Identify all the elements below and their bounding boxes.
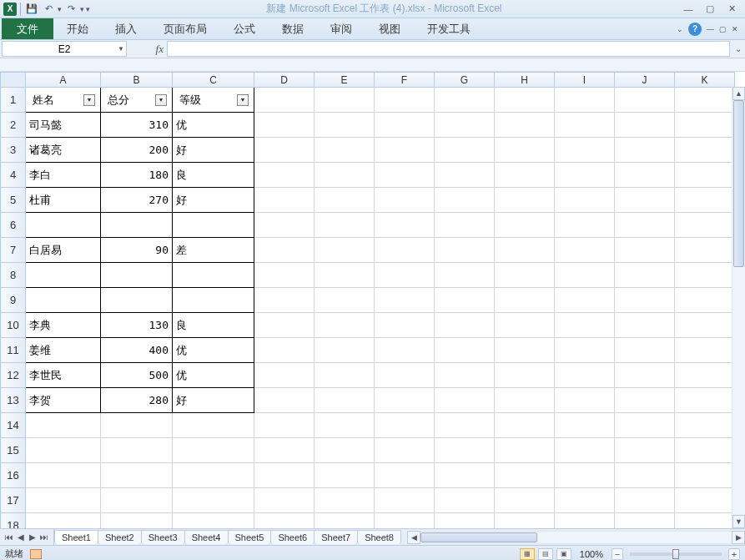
row-header-6[interactable]: 6 xyxy=(1,213,26,238)
cell-J12[interactable] xyxy=(615,363,675,388)
column-header-B[interactable]: B xyxy=(101,73,173,88)
zoom-in-button[interactable]: + xyxy=(728,548,740,560)
cell-A4[interactable]: 李白 xyxy=(26,163,101,188)
cell-I2[interactable] xyxy=(555,113,615,138)
cell-C13[interactable]: 好 xyxy=(173,388,254,413)
cell-D5[interactable] xyxy=(254,188,315,213)
cell-F16[interactable] xyxy=(375,463,435,488)
cell-H12[interactable] xyxy=(495,363,555,388)
cell-G15[interactable] xyxy=(435,438,495,463)
column-header-G[interactable]: G xyxy=(435,73,495,88)
cell-D7[interactable] xyxy=(254,238,315,263)
cell-I10[interactable] xyxy=(555,313,615,338)
zoom-slider[interactable] xyxy=(630,552,722,556)
spreadsheet-grid[interactable]: ABCDEFGHIJK 1姓名▼总分▼等级▼2司马懿310优3诸葛亮200好4李… xyxy=(0,72,745,528)
cell-F12[interactable] xyxy=(375,363,435,388)
sheet-tab-sheet4[interactable]: Sheet4 xyxy=(184,530,229,544)
cell-A8[interactable] xyxy=(26,263,101,288)
zoom-level[interactable]: 100% xyxy=(580,549,603,559)
filter-dropdown-icon[interactable]: ▼ xyxy=(237,94,249,106)
cell-I14[interactable] xyxy=(555,413,615,438)
cell-E9[interactable] xyxy=(315,288,375,313)
cell-E8[interactable] xyxy=(315,263,375,288)
row-header-12[interactable]: 12 xyxy=(1,363,26,388)
cell-K16[interactable] xyxy=(675,463,735,488)
cell-H11[interactable] xyxy=(495,338,555,363)
sheet-next-icon[interactable]: ▶ xyxy=(27,532,38,542)
cell-I9[interactable] xyxy=(555,288,615,313)
cell-K10[interactable] xyxy=(675,313,735,338)
cell-B2[interactable]: 310 xyxy=(101,113,173,138)
cell-A10[interactable]: 李典 xyxy=(26,313,101,338)
column-header-F[interactable]: F xyxy=(375,73,435,88)
cell-C5[interactable]: 好 xyxy=(173,188,254,213)
cell-K13[interactable] xyxy=(675,388,735,413)
cell-I6[interactable] xyxy=(555,213,615,238)
cell-I7[interactable] xyxy=(555,238,615,263)
cell-I16[interactable] xyxy=(555,463,615,488)
cell-D9[interactable] xyxy=(254,288,315,313)
cell-B4[interactable]: 180 xyxy=(101,163,173,188)
cell-A2[interactable]: 司马懿 xyxy=(26,113,101,138)
cell-I5[interactable] xyxy=(555,188,615,213)
cell-E10[interactable] xyxy=(315,313,375,338)
cell-F17[interactable] xyxy=(375,488,435,513)
sheet-tab-sheet2[interactable]: Sheet2 xyxy=(98,530,142,544)
cell-D4[interactable] xyxy=(254,163,315,188)
cell-K18[interactable] xyxy=(675,513,735,529)
cell-F13[interactable] xyxy=(375,388,435,413)
scroll-left-icon[interactable]: ◀ xyxy=(407,531,420,544)
cell-H1[interactable] xyxy=(495,88,555,113)
fx-icon[interactable]: fx xyxy=(156,43,164,56)
row-header-18[interactable]: 18 xyxy=(1,513,26,529)
cell-D13[interactable] xyxy=(254,388,315,413)
workbook-close-icon[interactable]: ✕ xyxy=(732,25,738,33)
name-box-dropdown-icon[interactable]: ▼ xyxy=(118,45,124,53)
scroll-down-icon[interactable]: ▼ xyxy=(732,515,745,528)
sheet-tab-sheet8[interactable]: Sheet8 xyxy=(357,530,401,544)
cell-E11[interactable] xyxy=(315,338,375,363)
header-cell-b[interactable]: 总分▼ xyxy=(101,88,173,113)
cell-E4[interactable] xyxy=(315,163,375,188)
cell-E12[interactable] xyxy=(315,363,375,388)
cell-F4[interactable] xyxy=(375,163,435,188)
workbook-minimize-icon[interactable]: — xyxy=(707,25,714,33)
cell-B18[interactable] xyxy=(101,513,173,529)
undo-icon[interactable]: ↶ xyxy=(41,2,56,17)
scroll-right-icon[interactable]: ▶ xyxy=(732,531,745,544)
cell-D10[interactable] xyxy=(254,313,315,338)
column-header-I[interactable]: I xyxy=(555,73,615,88)
cell-E15[interactable] xyxy=(315,438,375,463)
cell-H3[interactable] xyxy=(495,138,555,163)
macro-record-icon[interactable] xyxy=(30,549,42,559)
cell-G16[interactable] xyxy=(435,463,495,488)
vertical-scroll-thumb[interactable] xyxy=(733,100,744,267)
cell-C16[interactable] xyxy=(173,463,254,488)
vertical-scrollbar[interactable]: ▲ ▼ xyxy=(732,87,745,528)
cell-D1[interactable] xyxy=(254,88,315,113)
select-all-corner[interactable] xyxy=(1,73,26,88)
cell-B16[interactable] xyxy=(101,463,173,488)
cell-J5[interactable] xyxy=(615,188,675,213)
sheet-tab-sheet1[interactable]: Sheet1 xyxy=(54,530,98,544)
cell-G4[interactable] xyxy=(435,163,495,188)
file-tab[interactable]: 文件 xyxy=(2,18,53,39)
horizontal-scrollbar[interactable]: ◀ ▶ xyxy=(407,529,745,545)
cell-J7[interactable] xyxy=(615,238,675,263)
sheet-first-icon[interactable]: ⏮ xyxy=(3,532,15,542)
cell-K8[interactable] xyxy=(675,263,735,288)
cell-F14[interactable] xyxy=(375,413,435,438)
cell-I1[interactable] xyxy=(555,88,615,113)
cell-B17[interactable] xyxy=(101,488,173,513)
cell-A18[interactable] xyxy=(26,513,101,529)
cell-I15[interactable] xyxy=(555,438,615,463)
cell-C6[interactable] xyxy=(173,213,254,238)
tab-page-layout[interactable]: 页面布局 xyxy=(150,18,220,39)
cell-E14[interactable] xyxy=(315,413,375,438)
cell-K14[interactable] xyxy=(675,413,735,438)
cell-G9[interactable] xyxy=(435,288,495,313)
column-header-E[interactable]: E xyxy=(315,73,375,88)
cell-C18[interactable] xyxy=(173,513,254,529)
scroll-up-icon[interactable]: ▲ xyxy=(732,87,745,100)
cell-D17[interactable] xyxy=(254,488,315,513)
